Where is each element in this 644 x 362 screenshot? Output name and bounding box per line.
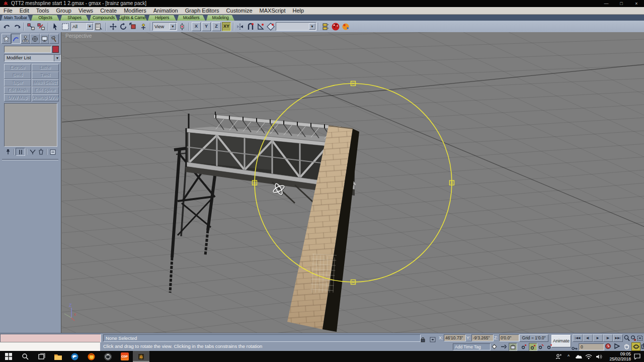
modifier-button-taper[interactable]: Taper [4, 79, 31, 86]
tab-shapes[interactable]: Shapes [60, 15, 89, 21]
thunderbird-icon[interactable] [66, 351, 83, 362]
dropdown-arrow-icon[interactable]: ▼ [170, 23, 176, 30]
file-explorer-icon[interactable] [50, 351, 66, 362]
current-frame-field[interactable]: 0 [579, 343, 604, 350]
rotation-key-icon[interactable] [529, 343, 537, 351]
object-color-swatch[interactable] [52, 46, 59, 53]
show-end-result-icon[interactable] [16, 148, 25, 156]
modifier-button-edit-spline[interactable]: Edit Spline [32, 86, 59, 94]
select-and-link-icon[interactable] [27, 22, 36, 31]
time-configuration-icon[interactable] [604, 342, 612, 350]
pin-stack-icon[interactable] [4, 148, 13, 155]
animate-button[interactable]: Animate [551, 335, 571, 347]
menu-create[interactable]: Create [97, 8, 120, 14]
wifi-icon[interactable] [584, 351, 594, 362]
firefox-icon[interactable] [83, 351, 100, 362]
time-slider[interactable] [0, 334, 101, 342]
scale-key-icon[interactable] [537, 343, 545, 350]
configure-modifier-sets-icon[interactable] [48, 148, 57, 155]
action-center-icon[interactable] [632, 351, 642, 362]
tab-helpers[interactable]: Helpers [148, 15, 176, 21]
modifier-button-edit-mesh[interactable]: Edit Mesh [4, 86, 31, 94]
named-selection-dropdown[interactable]: ▼ [276, 22, 316, 31]
tab-lights-cameras[interactable]: Lights & Cameras [119, 15, 147, 21]
display-tab[interactable] [40, 34, 49, 44]
reference-coordinate-dropdown[interactable]: View▼ [152, 22, 177, 31]
modify-tab[interactable] [11, 34, 21, 44]
field-of-view-icon[interactable] [613, 342, 621, 350]
select-by-name-icon[interactable] [95, 22, 104, 31]
tab-main-toolbar[interactable]: Main Toolbar [1, 15, 30, 21]
restrict-x-button[interactable]: X [192, 22, 201, 31]
create-tab[interactable] [2, 34, 11, 44]
add-time-tag-field[interactable]: Add Time Tag [453, 343, 491, 350]
dropdown-arrow-icon[interactable]: ▼ [87, 23, 93, 30]
menu-maxscript[interactable]: MAXScript [256, 8, 289, 14]
menu-file[interactable]: File [0, 8, 16, 14]
tab-compounds[interactable]: Compounds [90, 15, 118, 21]
percent-snap-icon[interactable] [266, 22, 275, 31]
onedrive-icon[interactable] [574, 351, 584, 362]
material-editor-icon[interactable] [331, 22, 340, 31]
select-and-rotate-icon[interactable] [119, 22, 128, 31]
arc-rotate-icon[interactable] [631, 342, 640, 351]
tab-objects[interactable]: Objects [31, 15, 59, 21]
go-to-end-button[interactable]: ▶▶| [613, 334, 623, 342]
track-bar[interactable] [0, 342, 100, 351]
tray-chevron-icon[interactable]: ^ [564, 351, 574, 362]
cdp-icon[interactable]: CDP [116, 351, 133, 362]
modifier-list-dropdown[interactable]: Modifier List▼ [4, 54, 61, 62]
obs-icon[interactable] [100, 351, 116, 362]
select-and-manipulate-icon[interactable] [139, 22, 148, 31]
make-unique-icon[interactable] [28, 148, 37, 155]
modifier-button-unwrap-uvw[interactable]: Unwrap UVW [32, 94, 59, 102]
gmax-taskbar-icon[interactable] [133, 351, 149, 362]
menu-tools[interactable]: Tools [33, 8, 53, 14]
title-bar[interactable]: QTT2 meshspline start 1 2.gmax - gmax - … [0, 0, 644, 7]
modifier-button-mesh-select[interactable]: Mesh Select [32, 79, 59, 86]
menu-edit[interactable]: Edit [16, 8, 33, 14]
selection-filter-dropdown[interactable]: All▼ [70, 22, 94, 31]
maximize-button[interactable]: □ [615, 0, 628, 7]
restrict-xy-plane-button[interactable]: XY [222, 22, 231, 31]
restrict-y-button[interactable]: Y [202, 22, 211, 31]
tab-modifiers[interactable]: Modifiers [177, 15, 205, 21]
go-to-start-button[interactable]: |◀◀ [573, 334, 583, 342]
modifier-button-extrude[interactable]: Extrude [4, 64, 31, 71]
menu-modifiers[interactable]: Modifiers [120, 8, 150, 14]
object-name-field[interactable] [4, 46, 51, 53]
dropdown-arrow-icon[interactable]: ▼ [54, 55, 60, 61]
angle-snap-icon[interactable] [256, 22, 265, 31]
next-frame-button[interactable]: |▶ [603, 334, 613, 342]
key-diamond-icon[interactable] [491, 343, 498, 350]
viewport-label[interactable]: Perspective [65, 33, 92, 39]
taskbar-clock[interactable]: 09:05 25/02/2018 [605, 351, 631, 361]
menu-graph-editors[interactable]: Graph Editors [182, 8, 223, 14]
select-and-move-icon[interactable] [109, 22, 118, 31]
motion-tab[interactable] [30, 34, 40, 44]
hierarchy-tab[interactable] [21, 34, 30, 44]
restrict-z-button[interactable]: Z [212, 22, 221, 31]
task-view-icon[interactable] [33, 351, 50, 362]
modifier-button-bend[interactable]: Bend [4, 71, 31, 79]
modifier-button-lathe[interactable]: Lathe [32, 64, 59, 71]
modifier-stack-list[interactable] [4, 103, 57, 147]
menu-group[interactable]: Group [52, 8, 75, 14]
time-follow-icon[interactable] [500, 343, 507, 350]
volume-icon[interactable] [594, 351, 604, 362]
mirror-icon[interactable] [236, 22, 245, 31]
track-view-icon[interactable] [321, 22, 330, 31]
perspective-viewport[interactable]: Z Y x [61, 32, 644, 333]
coord-y-field[interactable]: -9'3.265" [471, 334, 494, 341]
select-object-icon[interactable] [51, 22, 60, 31]
previous-frame-button[interactable]: ◀| [583, 334, 593, 342]
undo-icon[interactable] [3, 22, 12, 31]
key-mode-icon[interactable] [509, 343, 517, 351]
snaps-toggle-icon[interactable] [246, 22, 255, 31]
unlink-icon[interactable] [37, 22, 46, 31]
utilities-tab[interactable] [49, 34, 59, 44]
use-pivot-center-icon[interactable] [178, 22, 187, 31]
pan-hand-icon[interactable] [622, 342, 630, 350]
rectangular-selection-region-icon[interactable] [61, 22, 70, 31]
minimize-button[interactable]: — [600, 0, 613, 7]
